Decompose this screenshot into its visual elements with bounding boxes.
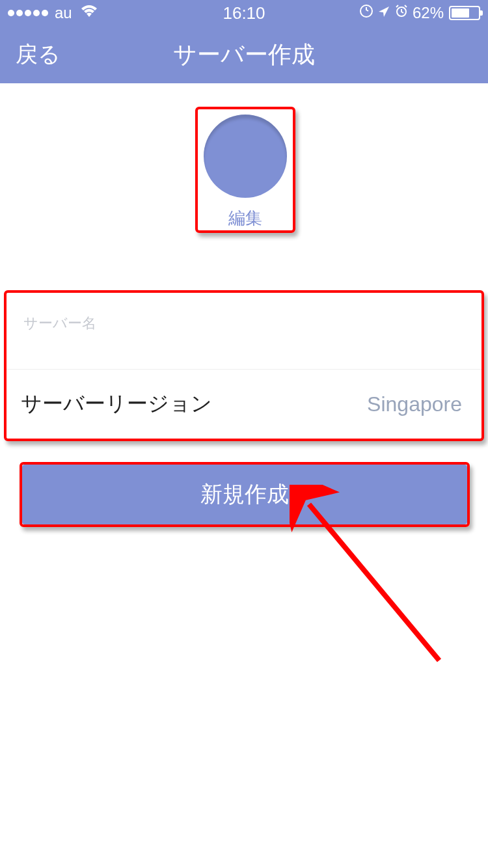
create-button-highlight: 新規作成 (20, 462, 470, 527)
status-bar: au 16:10 62% (0, 0, 488, 26)
svg-line-2 (309, 504, 439, 660)
page-title: サーバー作成 (173, 39, 315, 71)
wifi-icon (80, 4, 98, 22)
server-name-input[interactable]: サーバー名 (7, 293, 481, 370)
battery-icon (449, 6, 480, 20)
status-left: au (8, 4, 98, 22)
server-region-label: サーバーリージョン (21, 390, 212, 418)
status-right: 62% (359, 4, 480, 22)
status-time: 16:10 (223, 3, 265, 23)
nav-bar: 戻る サーバー作成 (0, 26, 488, 83)
rotation-lock-icon (359, 4, 373, 22)
signal-dots-icon (8, 10, 48, 16)
server-region-value: Singapore (367, 392, 462, 416)
server-region-row[interactable]: サーバーリージョン Singapore (7, 370, 481, 439)
back-button[interactable]: 戻る (0, 40, 61, 70)
create-button[interactable]: 新規作成 (22, 465, 467, 524)
svg-point-0 (360, 5, 372, 17)
edit-label: 編集 (228, 207, 262, 230)
create-button-label: 新規作成 (200, 480, 289, 509)
carrier-label: au (55, 4, 72, 22)
alarm-icon (394, 4, 409, 22)
avatar-circle-icon (204, 115, 287, 198)
server-avatar-edit[interactable]: 編集 (195, 107, 295, 233)
battery-percent: 62% (413, 4, 444, 22)
server-name-placeholder: サーバー名 (23, 314, 465, 333)
server-form: サーバー名 サーバーリージョン Singapore (4, 290, 484, 441)
location-icon (377, 4, 390, 22)
